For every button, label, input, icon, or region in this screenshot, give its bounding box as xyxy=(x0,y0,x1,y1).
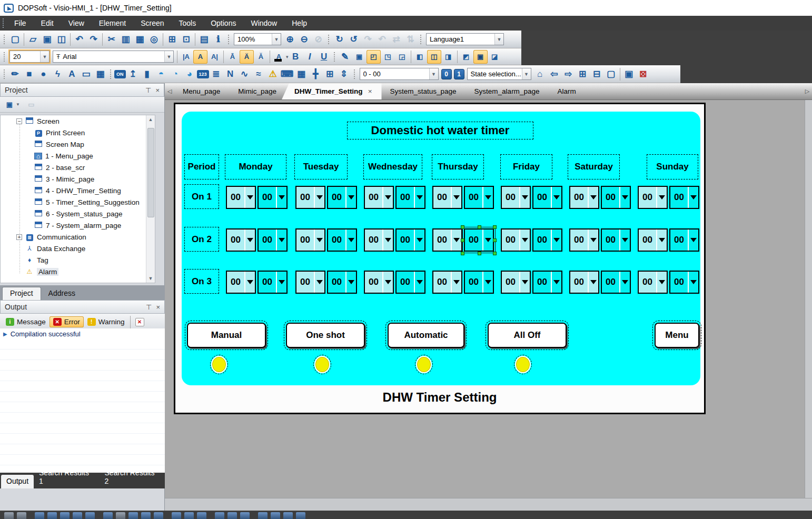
menu-screen[interactable]: Screen xyxy=(133,17,171,29)
dropdown-arrow-icon[interactable] xyxy=(620,187,630,208)
bottom-toolbar-icon[interactable] xyxy=(227,512,237,519)
dropdown-arrow-icon[interactable] xyxy=(383,229,393,251)
hmi-time-combo-sunday-3-hour[interactable]: 00 xyxy=(638,271,668,294)
hmi-time-combo-tuesday-3-min[interactable]: 00 xyxy=(327,271,357,294)
hmi-time-combo-thursday-2-hour[interactable]: 00 xyxy=(432,228,462,252)
font-color-icon[interactable]: A xyxy=(272,50,286,64)
state-1-button[interactable]: 1 xyxy=(454,69,464,79)
zoom-in-icon[interactable]: ⊕ xyxy=(283,33,297,46)
selection-handle[interactable] xyxy=(461,238,464,242)
hmi-time-combo-friday-2-hour[interactable]: 00 xyxy=(501,228,531,252)
img-original-icon[interactable]: ▣ xyxy=(352,50,367,64)
font-name-combo-dropdown-icon[interactable]: ▼ xyxy=(164,51,173,62)
multi-state-icon[interactable]: ↥ xyxy=(126,67,140,81)
numeric-display-icon[interactable]: N xyxy=(223,67,237,81)
new-screen-dropdown-icon[interactable]: ▼ xyxy=(16,102,20,107)
bottom-toolbar-icon[interactable] xyxy=(271,512,280,519)
dropdown-arrow-icon[interactable] xyxy=(657,272,667,293)
expand-row-icon[interactable]: ▶ xyxy=(3,331,7,337)
output-row[interactable]: ▶Compilation successful xyxy=(0,328,165,339)
dropdown-arrow-icon[interactable] xyxy=(383,187,393,208)
zoom-out-icon[interactable]: ⊖ xyxy=(297,33,311,46)
print-icon[interactable]: ▤ xyxy=(197,33,211,46)
state-combo[interactable]: 0 - 00▼ xyxy=(360,68,439,80)
tree-item-6-system-status-page[interactable]: 6 - System_status_page xyxy=(1,208,155,219)
numeric-entry-icon[interactable]: 123 xyxy=(197,70,209,78)
state-0-button[interactable]: 0 xyxy=(441,69,452,79)
dropdown-arrow-icon[interactable] xyxy=(277,229,286,251)
dropdown-arrow-icon[interactable] xyxy=(383,272,393,293)
hmi-day-header-saturday[interactable]: Saturday xyxy=(568,154,620,179)
hmi-caption-text[interactable]: DHW Timer Setting xyxy=(175,390,704,405)
redo-icon[interactable]: ↷ xyxy=(86,33,101,46)
output-filter-message[interactable]: iMessage xyxy=(2,316,49,327)
hmi-day-header-tuesday[interactable]: Tuesday xyxy=(294,154,348,179)
tank-icon[interactable]: ◓ xyxy=(154,67,169,81)
scroll-up-icon[interactable]: ▲ xyxy=(146,115,155,124)
tree-item-screen[interactable]: −Screen xyxy=(1,115,155,127)
cut-icon[interactable]: ✂ xyxy=(104,33,118,46)
img-align-bottom-icon[interactable]: ◪ xyxy=(488,50,502,64)
dropdown-arrow-icon[interactable] xyxy=(483,187,493,208)
dropdown-arrow-icon[interactable] xyxy=(520,272,530,293)
dropdown-arrow-icon[interactable] xyxy=(689,187,698,208)
dropdown-arrow-icon[interactable] xyxy=(452,187,461,208)
selection-handle[interactable] xyxy=(493,238,497,242)
tab-close-icon[interactable]: × xyxy=(368,87,372,95)
dropdown-arrow-icon[interactable] xyxy=(589,272,598,293)
bottom-toolbar-icon[interactable] xyxy=(73,512,82,519)
hmi-row-label-on-1[interactable]: On 1 xyxy=(184,184,219,209)
hmi-day-header-friday[interactable]: Friday xyxy=(500,154,552,179)
bottom-toolbar-icon[interactable] xyxy=(283,512,293,519)
menu-help[interactable]: Help xyxy=(284,17,314,29)
close-icon[interactable]: × xyxy=(155,86,160,94)
dropdown-arrow-icon[interactable] xyxy=(620,272,630,293)
hmi-time-combo-wednesday-3-hour[interactable]: 00 xyxy=(364,271,394,294)
save-icon[interactable]: ▣ xyxy=(40,33,54,46)
dropdown-arrow-icon[interactable] xyxy=(689,272,698,293)
selection-handle[interactable] xyxy=(461,225,464,229)
dropdown-arrow-icon[interactable] xyxy=(346,187,356,208)
menu-edit[interactable]: Edit xyxy=(34,17,61,29)
selection-handle[interactable] xyxy=(493,252,497,255)
tree-item-screen-map[interactable]: Screen Map xyxy=(1,138,155,150)
hmi-time-combo-wednesday-1-hour[interactable]: 00 xyxy=(364,186,394,209)
close-icon[interactable]: × xyxy=(156,303,160,311)
dropdown-arrow-icon[interactable] xyxy=(415,187,424,208)
bottom-tab-search-results-2[interactable]: Search Results 2 xyxy=(100,466,165,488)
hmi-time-combo-monday-2-min[interactable]: 00 xyxy=(258,228,288,252)
rotate-ccw-icon[interactable]: ↺ xyxy=(346,33,361,46)
dropdown-arrow-icon[interactable] xyxy=(620,229,630,251)
valign-bottom-icon[interactable]: Ă xyxy=(254,50,268,64)
on-button-icon[interactable]: ON xyxy=(114,70,126,78)
dropdown-arrow-icon[interactable] xyxy=(520,187,530,208)
img-stretch-icon[interactable]: ◰ xyxy=(367,50,381,64)
new-screen-icon[interactable]: ▣ xyxy=(3,98,16,112)
valign-middle-icon[interactable]: Ä xyxy=(240,50,254,64)
rotate-cw-icon[interactable]: ↻ xyxy=(332,33,346,46)
polygon-icon[interactable]: ϟ xyxy=(51,67,65,81)
selection-handle[interactable] xyxy=(493,225,497,229)
hmi-time-combo-wednesday-1-min[interactable]: 00 xyxy=(395,186,425,209)
screen-next-icon[interactable]: ⇨ xyxy=(561,67,576,81)
tab-scroll-right-icon[interactable]: ▷ xyxy=(803,83,812,99)
pin-icon[interactable]: ⊤ xyxy=(145,86,151,94)
hmi-time-combo-wednesday-3-min[interactable]: 00 xyxy=(395,271,425,294)
hmi-time-combo-friday-2-min[interactable]: 00 xyxy=(532,228,562,252)
state-combo-dropdown-icon[interactable]: ▼ xyxy=(429,68,438,79)
hmi-time-combo-tuesday-2-hour[interactable]: 00 xyxy=(295,228,325,252)
bottom-toolbar-icon[interactable] xyxy=(296,512,305,519)
hmi-time-combo-sunday-1-min[interactable]: 00 xyxy=(669,186,699,209)
bottom-toolbar-icon[interactable] xyxy=(85,512,95,519)
dropdown-arrow-icon[interactable] xyxy=(315,229,324,251)
hmi-time-combo-monday-3-min[interactable]: 00 xyxy=(258,271,288,294)
tree-item-5-timer-setting-suggestion[interactable]: 5 - Timer_Setting_Suggestion xyxy=(1,196,155,208)
align-right-icon[interactable]: A| xyxy=(207,50,222,64)
panel-tab-address[interactable]: Address xyxy=(41,287,83,300)
scroll-thumb[interactable] xyxy=(147,128,154,217)
menu-window[interactable]: Window xyxy=(243,17,284,29)
hmi-time-combo-friday-1-min[interactable]: 00 xyxy=(532,186,562,209)
dropdown-arrow-icon[interactable] xyxy=(657,187,667,208)
bottom-toolbar-icon[interactable] xyxy=(116,512,125,519)
bottom-toolbar-icon[interactable] xyxy=(141,512,151,519)
